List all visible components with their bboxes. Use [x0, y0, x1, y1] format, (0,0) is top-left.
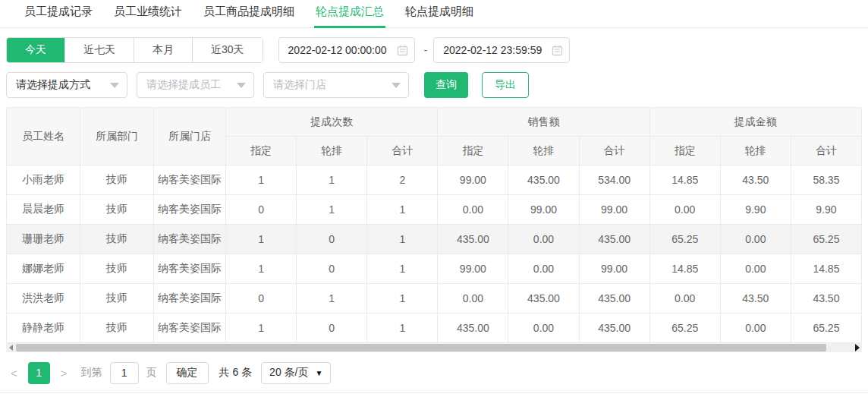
table-header: 员工姓名所属部门所属门店提成次数销售额提成金额指定轮排合计指定轮排合计指定轮排合… — [7, 108, 862, 165]
table-cell: 99.00 — [438, 254, 508, 284]
table-cell: 1 — [226, 225, 297, 254]
page-unit-label: 页 — [146, 366, 157, 380]
sub-column-header: 轮排 — [508, 137, 579, 165]
quick-range-button[interactable]: 今天 — [7, 38, 64, 62]
sub-column-header: 轮排 — [297, 137, 367, 165]
table-cell: 0 — [226, 195, 297, 225]
table-cell: 技师 — [80, 225, 154, 254]
tab-item[interactable]: 员工提成记录 — [23, 5, 94, 27]
group-header: 提成金额 — [649, 108, 861, 137]
table-cell: 99.00 — [579, 195, 649, 225]
sub-column-header: 指定 — [438, 137, 508, 165]
table-cell: 435.00 — [579, 225, 649, 254]
group-header: 销售额 — [438, 108, 649, 137]
quick-range-button[interactable]: 近七天 — [64, 38, 134, 62]
table-cell: 0.00 — [438, 195, 508, 225]
table-cell: 技师 — [80, 195, 154, 225]
table-row: 小雨老师技师纳客美姿国际11299.00435.00534.0014.8543.… — [7, 165, 862, 195]
table-cell: 65.25 — [791, 225, 861, 254]
table-cell: 99.00 — [579, 254, 649, 284]
page-size-select[interactable]: 20 条/页 ▼ — [261, 362, 331, 384]
next-page-icon[interactable]: > — [56, 367, 72, 380]
table-cell: 纳客美姿国际 — [154, 284, 226, 314]
calendar-icon — [397, 45, 408, 56]
table-cell: 9.90 — [720, 195, 791, 225]
table-cell: 99.00 — [508, 195, 579, 225]
table-cell: 0.00 — [508, 254, 579, 284]
table-cell: 纳客美姿国际 — [154, 254, 226, 284]
table-row: 珊珊老师技师纳客美姿国际101435.000.00435.0065.250.00… — [7, 225, 862, 254]
scrollbar-thumb[interactable] — [16, 344, 826, 351]
table-cell: 0 — [297, 254, 367, 284]
table-cell: 1 — [367, 314, 438, 343]
table-cell: 1 — [226, 314, 297, 343]
calendar-icon — [552, 45, 563, 56]
date-filter-row: 今天近七天本月近30天 2022-02-12 00:00:00 - 2022-0… — [6, 37, 862, 63]
table-cell: 435.00 — [579, 284, 649, 314]
table-cell: 1 — [367, 254, 438, 284]
filter-select[interactable]: 请选择门店 — [263, 72, 409, 98]
column-header: 员工姓名 — [7, 108, 80, 165]
total-count-label: 共 6 条 — [219, 366, 253, 380]
confirm-page-button[interactable]: 确定 — [166, 362, 209, 384]
date-from-value: 2022-02-12 00:00:00 — [288, 44, 397, 56]
table-cell: 0.00 — [649, 195, 720, 225]
table-cell: 珊珊老师 — [7, 225, 80, 254]
quick-range-group: 今天近七天本月近30天 — [6, 37, 263, 63]
table-cell: 0.00 — [649, 284, 720, 314]
sub-column-header: 合计 — [579, 137, 649, 165]
table-cell: 洪洪老师 — [7, 284, 80, 314]
sub-column-header: 指定 — [649, 137, 720, 165]
tab-item[interactable]: 员工商品提成明细 — [202, 5, 296, 27]
export-button[interactable]: 导出 — [482, 72, 529, 98]
table-body: 小雨老师技师纳客美姿国际11299.00435.00534.0014.8543.… — [7, 165, 862, 343]
table-cell: 65.25 — [791, 314, 861, 343]
table-cell: 0.00 — [720, 314, 791, 343]
page-size-caret-icon: ▼ — [315, 369, 322, 377]
table-cell: 14.85 — [649, 254, 720, 284]
date-from-input[interactable]: 2022-02-12 00:00:00 — [278, 37, 415, 63]
table-cell: 43.50 — [720, 284, 791, 314]
table-cell: 纳客美姿国际 — [154, 165, 226, 195]
date-to-input[interactable]: 2022-02-12 23:59:59 — [433, 37, 570, 63]
filter-select-value: 请选择提成方式 — [16, 78, 102, 92]
pagination-bar: < 1 > 到第 页 确定 共 6 条 20 条/页 ▼ — [6, 361, 862, 385]
table-cell: 0.00 — [508, 225, 579, 254]
select-filter-row: 请选择提成方式请选择提成员工请选择门店 查询 导出 — [6, 72, 862, 98]
tab-item[interactable]: 轮点提成明细 — [404, 5, 475, 27]
quick-range-button[interactable]: 本月 — [134, 38, 192, 62]
table-cell: 65.25 — [649, 314, 720, 343]
tab-item[interactable]: 员工业绩统计 — [112, 5, 184, 27]
date-range-separator: - — [424, 44, 428, 56]
goto-page-input[interactable] — [110, 362, 139, 384]
table-cell: 技师 — [80, 314, 154, 343]
table-cell: 小雨老师 — [7, 165, 80, 195]
table-cell: 1 — [297, 195, 367, 225]
date-to-value: 2022-02-12 23:59:59 — [443, 44, 552, 56]
scroll-left-arrow-icon[interactable] — [6, 343, 16, 352]
page-size-value: 20 条/页 — [269, 366, 308, 380]
table-cell: 0 — [226, 284, 297, 314]
table-cell: 435.00 — [438, 225, 508, 254]
table-cell: 2 — [367, 165, 438, 195]
scroll-right-arrow-icon[interactable] — [852, 343, 862, 352]
sub-column-header: 合计 — [791, 137, 861, 165]
table-cell: 0.00 — [508, 314, 579, 343]
sub-column-header: 合计 — [367, 137, 438, 165]
filter-select-value: 请选择门店 — [273, 78, 384, 92]
table-cell: 14.85 — [791, 254, 861, 284]
table-header-row: 员工姓名所属部门所属门店提成次数销售额提成金额 — [7, 108, 862, 137]
quick-range-button[interactable]: 近30天 — [192, 38, 263, 62]
chevron-down-icon — [110, 83, 119, 88]
table-cell: 435.00 — [508, 165, 579, 195]
prev-page-icon[interactable]: < — [6, 367, 22, 380]
filter-select[interactable]: 请选择提成员工 — [137, 72, 254, 98]
tab-item[interactable]: 轮点提成汇总 — [314, 5, 385, 27]
table-cell: 静静老师 — [7, 314, 80, 343]
current-page-button[interactable]: 1 — [28, 362, 50, 384]
column-header: 所属门店 — [154, 108, 226, 165]
horizontal-scrollbar[interactable] — [6, 343, 862, 352]
search-button[interactable]: 查询 — [424, 72, 468, 98]
filter-select[interactable]: 请选择提成方式 — [6, 72, 127, 98]
table-cell: 1 — [226, 254, 297, 284]
